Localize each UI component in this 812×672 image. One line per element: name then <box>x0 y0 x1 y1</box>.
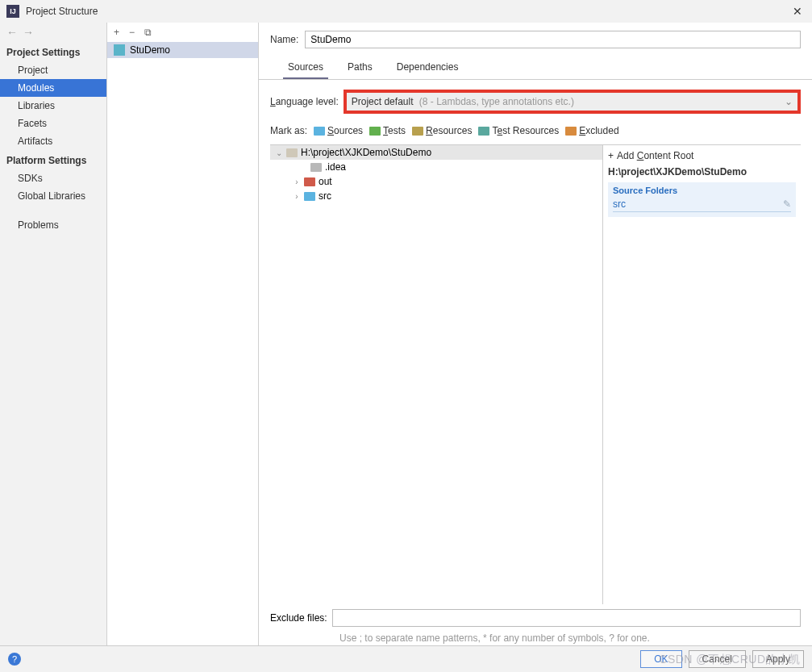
tree-node-label: .idea <box>325 161 346 173</box>
language-level-select[interactable]: Project default (8 - Lambdas, type annot… <box>344 90 801 114</box>
exclude-files-row: Exclude files: <box>259 604 812 632</box>
folder-icon <box>304 192 315 201</box>
nav-sdks[interactable]: SDKs <box>0 169 106 187</box>
folder-icon <box>412 127 423 136</box>
nav-problems[interactable]: Problems <box>0 216 106 234</box>
content-root-panel: + Add Content Root H:\project\XJKDemo\St… <box>603 145 801 604</box>
exclude-files-hint: Use ; to separate name patterns, * for a… <box>259 632 812 645</box>
tree-area: ⌄ H:\project\XJKDemo\StuDemo .idea › out… <box>270 144 801 604</box>
folder-icon <box>286 148 298 157</box>
expand-icon[interactable]: ⌄ <box>275 148 283 157</box>
tree-root-label: H:\project\XJKDemo\StuDemo <box>301 147 431 158</box>
tree-node-src[interactable]: › src <box>270 189 602 203</box>
help-icon[interactable]: ? <box>8 653 21 666</box>
tree-node-idea[interactable]: .idea <box>270 160 602 174</box>
tree-node-out[interactable]: › out <box>270 174 602 189</box>
source-folder-src[interactable]: src ✎ <box>613 197 791 212</box>
exclude-files-label: Exclude files: <box>270 612 327 624</box>
language-level-row: Language level: Project default (8 - Lam… <box>259 80 812 119</box>
module-list: + − ⧉ StuDemo <box>107 23 259 645</box>
mark-as-label: Mark as: <box>270 125 307 136</box>
folder-tree[interactable]: ⌄ H:\project\XJKDemo\StuDemo .idea › out… <box>270 145 603 604</box>
cancel-button[interactable]: Cancel <box>689 650 746 668</box>
add-icon[interactable]: + <box>114 27 119 38</box>
copy-icon[interactable]: ⧉ <box>144 27 152 38</box>
close-icon[interactable]: ✕ <box>789 5 806 18</box>
source-folders-box: Source Folders src ✎ <box>608 182 796 217</box>
ok-button[interactable]: OK <box>640 650 681 668</box>
module-icon <box>114 44 125 56</box>
remove-icon[interactable]: − <box>129 27 135 38</box>
apply-button[interactable]: Apply <box>752 650 804 668</box>
folder-icon <box>369 127 381 136</box>
main: ← → Project Settings Project Modules Lib… <box>0 23 812 645</box>
tabs: Sources Paths Dependencies <box>259 56 812 80</box>
nav-libraries[interactable]: Libraries <box>0 97 106 115</box>
nav-modules[interactable]: Modules <box>0 79 106 97</box>
module-item-label: StuDemo <box>130 44 170 56</box>
name-label: Name: <box>270 34 298 45</box>
content-root-path[interactable]: H:\project\XJKDemo\StuDemo <box>608 163 796 181</box>
footer: ? OK Cancel Apply <box>0 645 812 672</box>
module-toolbar: + − ⧉ <box>107 23 258 42</box>
folder-icon <box>478 127 489 136</box>
nav-global-libraries[interactable]: Global Libraries <box>0 187 106 205</box>
section-project-settings: Project Settings <box>0 42 106 61</box>
language-level-hint: (8 - Lambdas, type annotations etc.) <box>419 96 574 107</box>
titlebar: IJ Project Structure ✕ <box>0 0 812 23</box>
spacer <box>0 205 106 216</box>
exclude-files-input[interactable] <box>332 609 801 627</box>
folder-icon <box>314 127 325 136</box>
mark-excluded[interactable]: Excluded <box>565 125 618 136</box>
mark-resources[interactable]: Resources <box>412 125 472 136</box>
window-title: Project Structure <box>26 6 98 17</box>
name-row: Name: <box>259 26 812 56</box>
name-input[interactable] <box>305 31 801 48</box>
mark-test-resources[interactable]: Test Resources <box>478 125 559 136</box>
folder-icon <box>565 127 577 136</box>
language-level-value: Project default <box>352 96 414 107</box>
app-icon: IJ <box>6 5 19 18</box>
expand-icon[interactable]: › <box>293 177 301 186</box>
tree-node-label: src <box>319 190 331 202</box>
content: Name: Sources Paths Dependencies Languag… <box>259 23 812 645</box>
expand-icon[interactable]: › <box>293 192 301 201</box>
nav-facets[interactable]: Facets <box>0 115 106 132</box>
forward-icon[interactable]: → <box>23 26 34 39</box>
chevron-down-icon: ⌄ <box>785 96 793 107</box>
tab-dependencies[interactable]: Dependencies <box>392 56 464 79</box>
sidebar: ← → Project Settings Project Modules Lib… <box>0 23 107 645</box>
edit-icon[interactable]: ✎ <box>783 198 791 210</box>
nav-buttons: ← → <box>0 23 106 42</box>
tree-root[interactable]: ⌄ H:\project\XJKDemo\StuDemo <box>270 145 602 160</box>
mark-tests[interactable]: Tests <box>369 125 406 136</box>
source-folders-title: Source Folders <box>613 184 791 197</box>
add-content-root[interactable]: + Add Content Root <box>608 148 796 163</box>
module-item-studemo[interactable]: StuDemo <box>107 42 258 58</box>
nav-project[interactable]: Project <box>0 61 106 79</box>
tab-sources[interactable]: Sources <box>283 56 328 79</box>
folder-icon <box>304 177 315 186</box>
nav-artifacts[interactable]: Artifacts <box>0 132 106 150</box>
tab-paths[interactable]: Paths <box>343 56 377 79</box>
folder-icon <box>310 163 322 172</box>
section-platform-settings: Platform Settings <box>0 150 106 169</box>
tree-node-label: out <box>319 176 332 187</box>
mark-as-row: Mark as: Sources Tests Resources Test Re… <box>259 119 812 141</box>
source-folder-label: src <box>613 198 626 210</box>
language-level-label: Language level: <box>270 96 339 107</box>
back-icon[interactable]: ← <box>6 26 18 39</box>
plus-icon: + <box>608 150 614 161</box>
mark-sources[interactable]: Sources <box>314 125 363 136</box>
